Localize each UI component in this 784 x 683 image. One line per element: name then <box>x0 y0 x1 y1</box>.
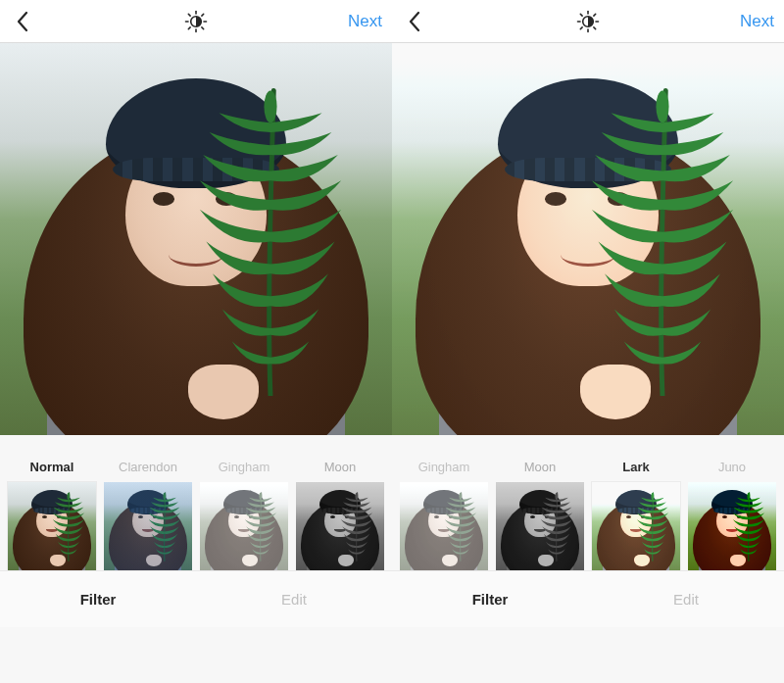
filter-option-normal[interactable]: Normal <box>8 457 96 570</box>
lux-icon[interactable] <box>576 10 600 33</box>
next-button[interactable]: Next <box>348 12 382 31</box>
filter-strip-area: Normal Clarendon Gingham Moon <box>0 435 392 683</box>
filter-label: Lark <box>622 457 649 476</box>
filter-option-moon[interactable]: Moon <box>296 457 384 570</box>
filter-thumbnail <box>688 482 776 570</box>
filter-option-juno[interactable]: Juno <box>688 457 776 570</box>
filter-thumbnail <box>592 482 680 570</box>
back-button[interactable] <box>402 9 427 34</box>
filter-option-clarendon[interactable]: Clarendon <box>104 457 192 570</box>
filter-strip[interactable]: Gingham Moon Lark Juno <box>392 435 784 570</box>
filter-option-gingham[interactable]: Gingham <box>200 457 288 570</box>
tab-edit[interactable]: Edit <box>588 571 784 627</box>
top-bar: Next <box>392 0 784 43</box>
filter-thumbnail <box>8 482 96 570</box>
top-bar: Next <box>0 0 392 43</box>
filter-label: Moon <box>324 457 357 476</box>
filter-option-lark[interactable]: Lark <box>592 457 680 570</box>
filter-option-gingham[interactable]: Gingham <box>400 457 488 570</box>
filter-thumbnail <box>104 482 192 570</box>
next-button[interactable]: Next <box>740 12 774 31</box>
lux-icon[interactable] <box>184 10 208 33</box>
filter-label: Clarendon <box>119 457 177 476</box>
filter-label: Normal <box>30 457 74 476</box>
tab-filter[interactable]: Filter <box>0 571 196 627</box>
filter-screen-left: Next Normal Clarendon Gingham <box>0 0 392 683</box>
filter-thumbnail <box>496 482 584 570</box>
photo-preview[interactable] <box>0 43 392 435</box>
filter-screen-right: Next Gingham Moon Lark <box>392 0 784 683</box>
filter-label: Gingham <box>418 457 470 476</box>
filter-option-moon[interactable]: Moon <box>496 457 584 570</box>
filter-strip-area: Gingham Moon Lark Juno Filte <box>392 435 784 683</box>
bottom-tabs: Filter Edit <box>0 570 392 627</box>
filter-label: Gingham <box>219 457 270 476</box>
back-button[interactable] <box>10 9 35 34</box>
filter-strip[interactable]: Normal Clarendon Gingham Moon <box>0 435 392 570</box>
filter-thumbnail <box>296 482 384 570</box>
filter-thumbnail <box>400 482 488 570</box>
filter-label: Juno <box>718 457 746 476</box>
filter-thumbnail <box>200 482 288 570</box>
photo-preview[interactable] <box>392 43 784 435</box>
tab-filter[interactable]: Filter <box>392 571 588 627</box>
filter-label: Moon <box>524 457 557 476</box>
tab-edit[interactable]: Edit <box>196 571 392 627</box>
bottom-tabs: Filter Edit <box>392 570 784 627</box>
